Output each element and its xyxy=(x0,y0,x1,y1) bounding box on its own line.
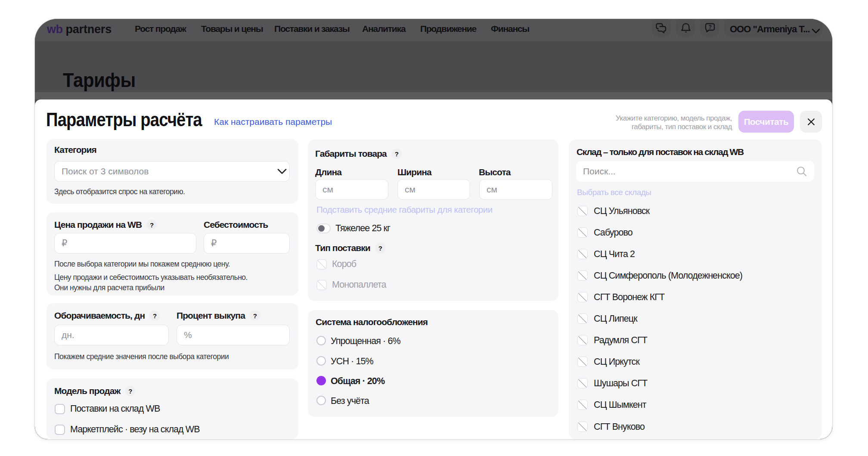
svg-text:?: ? xyxy=(708,24,712,30)
